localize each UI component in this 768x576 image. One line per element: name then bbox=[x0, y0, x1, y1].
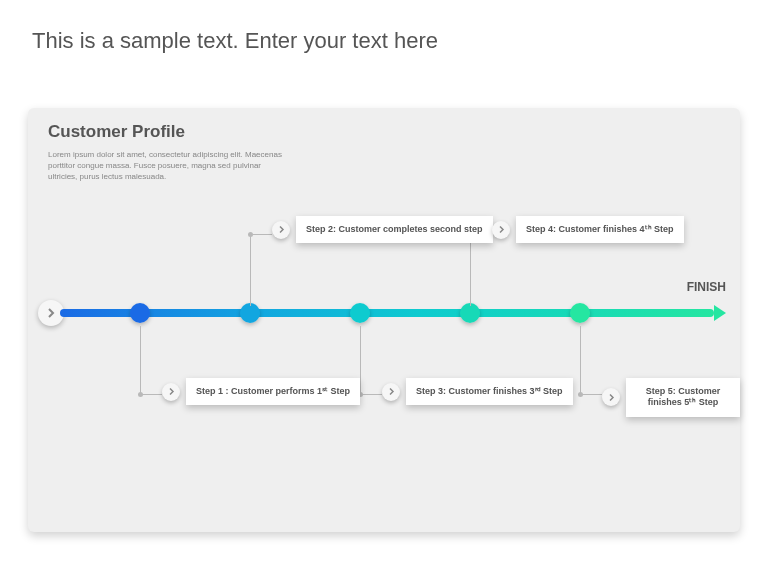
connector bbox=[140, 394, 162, 395]
connector bbox=[250, 234, 251, 306]
connector bbox=[140, 326, 141, 394]
chevron-right-icon bbox=[382, 383, 400, 401]
timeline-node-2 bbox=[240, 303, 260, 323]
finish-label: FINISH bbox=[687, 280, 726, 294]
step-label: Step 3: Customer finishes 3ʳᵈ Step bbox=[406, 378, 573, 405]
step-callout-2: Step 2: Customer completes second step bbox=[272, 216, 493, 243]
timeline bbox=[38, 306, 726, 320]
step-callout-3: Step 3: Customer finishes 3ʳᵈ Step bbox=[382, 378, 573, 405]
timeline-node-4 bbox=[460, 303, 480, 323]
chevron-right-icon bbox=[492, 221, 510, 239]
step-label: Step 4: Customer finishes 4ᵗʰ Step bbox=[516, 216, 684, 243]
step-label: Step 2: Customer completes second step bbox=[296, 216, 493, 243]
connector bbox=[580, 394, 602, 395]
timeline-node-5 bbox=[570, 303, 590, 323]
step-label: Step 1 : Customer performs 1ˢᵗ Step bbox=[186, 378, 360, 405]
timeline-bar bbox=[60, 309, 714, 317]
chevron-right-icon bbox=[45, 307, 57, 319]
chevron-right-icon bbox=[272, 221, 290, 239]
connector bbox=[360, 326, 361, 394]
slide-title[interactable]: This is a sample text. Enter your text h… bbox=[32, 28, 438, 54]
chevron-right-icon bbox=[162, 383, 180, 401]
connector bbox=[250, 234, 272, 235]
step-callout-1: Step 1 : Customer performs 1ˢᵗ Step bbox=[162, 378, 360, 405]
connector bbox=[580, 326, 581, 394]
panel-description: Lorem ipsum dolor sit amet, consectetur … bbox=[48, 150, 288, 182]
connector bbox=[360, 394, 382, 395]
chevron-right-icon bbox=[602, 388, 620, 406]
arrowhead-icon bbox=[714, 305, 726, 321]
step-callout-5: Step 5: Customer finishes 5ᵗʰ Step bbox=[602, 378, 740, 417]
slide: This is a sample text. Enter your text h… bbox=[0, 0, 768, 576]
panel-title: Customer Profile bbox=[48, 122, 185, 142]
timeline-node-1 bbox=[130, 303, 150, 323]
customer-profile-panel: Customer Profile Lorem ipsum dolor sit a… bbox=[28, 108, 740, 532]
step-callout-4: Step 4: Customer finishes 4ᵗʰ Step bbox=[492, 216, 684, 243]
timeline-node-3 bbox=[350, 303, 370, 323]
connector bbox=[470, 234, 471, 306]
step-label: Step 5: Customer finishes 5ᵗʰ Step bbox=[626, 378, 740, 417]
